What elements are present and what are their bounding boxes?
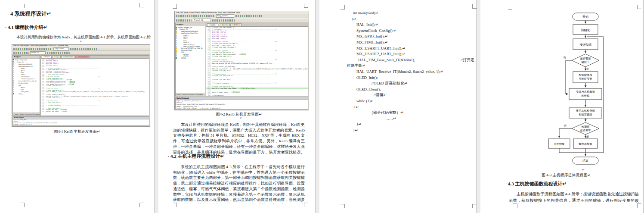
editor-tab: main.c [42,56,52,58]
figure-caption-4-1: 图4-1 Keil5 主机开发界面↵ [10,129,144,135]
code-line: while (1)↵ [347,98,476,104]
section-heading-4-3: ·4.3 主机按键函数流程设计↵ [505,181,567,187]
project-panel-title: Project [13,56,40,59]
editor-tab: dht11.h [230,23,242,26]
keil-main-area: Project Project: Project_C8Project_C8App… [175,22,309,97]
flow-label-no: 否 [564,124,567,128]
code-line: MX_USART1_UART_Init();↵ [347,46,476,52]
crop-mark [20,4,25,8]
flow-label-decision-abnormal: 是否异常 [580,128,591,132]
editor-area: main.ckey.cOLED_NEW.COLED_TOOL.C 198/* I… [40,55,149,116]
build-output-lines: compiling stm32f1xx_hal_tim_ex.c...linki… [176,100,308,110]
code-line: }↵ [347,122,476,128]
document-page-4[interactable]: 开始 初始化 按键扫描 是否有按 键按下 根据键值改 变相应变量 实现与从机数据… [480,0,643,213]
section-heading-4-1: ·4.1 编程软件介绍↵ [5,24,47,31]
section-heading-4: ·4 系统程序设计↵ [8,10,51,18]
code-line: HAL_UART_Receive_IT(&huart2, &uart2_valu… [347,69,476,75]
editor-tabs: main.cdht11.cdht11.h [206,23,308,27]
paragraph-mark: ↵ [240,116,242,120]
outline-bullet: · [5,25,6,29]
flow-label-no: 否 [564,56,567,60]
code-line: //OLED 屏幕初始化↵ [347,81,476,87]
document-page-2[interactable]: File Edit View Project Flash Debug Perip… [158,0,315,213]
section-heading-4-2: ·4.2 主机主程序流程设计↵ [168,153,224,160]
panel-tabs: Project | Books | Functions | Templates [13,113,40,116]
flow-label-keyact: 根据键值改 [579,73,592,77]
flow-label-start: 开始 [582,15,589,19]
flag-control-combo: Flag_Control [53,47,69,50]
flow-label-transfer: 实现与从机数据 [576,90,595,94]
keil-main-area: Project Project: Project_C8Project_C8App… [12,55,150,116]
code-line: MX_GPIO_Init();↵ [347,34,476,40]
crop-mark [508,6,512,10]
editor-tabs: main.ckey.cOLED_NEW.COLED_TOOL.C [41,56,149,59]
toolbar-icons [176,19,192,22]
flow-label-init: 初始化 [581,28,590,32]
outline-bullet: · [8,12,9,16]
build-output-lines: compiling OLED_NEW.c...linking...Program… [13,119,149,126]
editor-tab: key.c [52,56,60,58]
crop-mark [173,4,177,9]
flow-label-buzzer: 蜂鸣器报警 [579,142,592,145]
figure-caption-4-2: 图4-2 Keil5 从机开发界面↵ [173,112,305,117]
paragraph-mark: ↵ [80,40,83,43]
target-combo: Project_C8 [30,51,46,54]
crop-mark [139,203,144,207]
crop-mark [139,3,144,7]
code-line: OLED_Init(); [347,75,476,81]
keil-toolbar-2: Project_C8 [12,51,150,55]
project-tree: Project: Project_C8Project_C8Application… [13,59,40,113]
document-page-3[interactable]: int main(void)↵{↵HAL_Init();↵SystemClock… [319,0,476,213]
paragraph: 本设计所使用的编程环境是 Keil5，相对于其他软件编程环境，Keil5 更加的… [173,122,305,155]
paragraph: 本设计所用到的编程软件为 Keil5，其主机界面如图 4-1 所示、从机界面如图… [16,34,151,40]
project-panel: Project Project: Project_C8Project_C8App… [175,23,205,96]
keil-master-screenshot: File Edit View Project Flash Debug Perip… [12,44,150,127]
paragraph-mark: ↵ [582,168,585,172]
crop-mark [304,3,308,8]
keil-toolbar-2: Project_C8 [175,18,309,22]
paragraph: 系统的主机主流程图如图 4-3 所示：在主程序中：首先对各个模块进行初始化，随后… [173,164,305,204]
crop-mark [637,5,641,9]
editor-tab: main.c [207,23,218,26]
tree-item: CMSIS [176,57,205,59]
build-output-panel: Build Output compiling OLED_NEW.c...link… [12,116,149,126]
flow-merge-line [559,148,604,153]
keil-slave-screenshot: File Edit View Project Flash Debug Perip… [174,11,309,110]
flow-label-yes: 是 [586,135,589,138]
tree-item: CMSIS [13,93,40,95]
code-line: //清屏↵ [347,92,476,98]
editor-area: main.cdht11.cdht11.h 128/* USER CODE END… [206,23,308,96]
outline-bullet: · [505,182,507,186]
code-line: MX_USART2_UART_Init();↵ [347,51,476,57]
flow-no-branch-2 [559,128,572,138]
paragraph: 主机按键函数子流程图如图 4-4 所示；按键设置函数首先通过按键扫描函数，获取按… [509,191,639,205]
target-combo: Project_C8 [193,19,211,22]
panel-tabs: Project | Books | Functions | Templates [176,93,205,96]
code-line: OLED_Clear(); [347,87,476,93]
document-page-1[interactable]: ·4 系统程序设计↵ ·4.1 编程软件介绍↵ 本设计所用到的编程软件为 Kei… [0,0,154,213]
code-line: 220#define BEEP(a) (a?HAL_GPIO_WritePin(… [41,91,149,93]
code-editor: 198/* Includes -------------------------… [41,59,149,116]
build-line: Build Time Elapsed: 00:00:04 [176,109,308,110]
flow-label-transfer: 的传输 [582,94,590,97]
crop-mark [472,4,477,9]
flow-label-yes: 是 [586,67,589,71]
code-line: （部分代码省略）↵ [347,110,476,116]
source-code-block: int main(void)↵{↵HAL_Init();↵SystemClock… [347,10,476,133]
code-line: SystemClock_Config();↵ [347,28,476,34]
keil-toolbar-1: Flag_Control [12,47,150,51]
flag-control-combo: Flag_Control [216,14,234,18]
flow-label-alarm-off: 关闭报警 [554,142,565,146]
project-panel-title: Project [176,23,205,26]
flow-label-decision-abnormal: 检测值 [582,125,590,128]
code-line: }↵ [347,128,476,134]
code-line: HAL_Init();↵ [347,22,476,28]
document-view: ·4 系统程序设计↵ ·4.1 编程软件介绍↵ 本设计所用到的编程软件为 Kei… [0,0,644,213]
crop-mark [341,204,345,208]
code-line: int main(void)↵ [347,10,476,16]
crop-mark [472,204,477,208]
toolbar-icons [13,48,52,50]
editor-tab: dht11.c [219,23,230,26]
flow-label-scan: 按键扫描 [579,43,591,47]
keil-toolbar-1: Flag_Control [175,14,309,18]
